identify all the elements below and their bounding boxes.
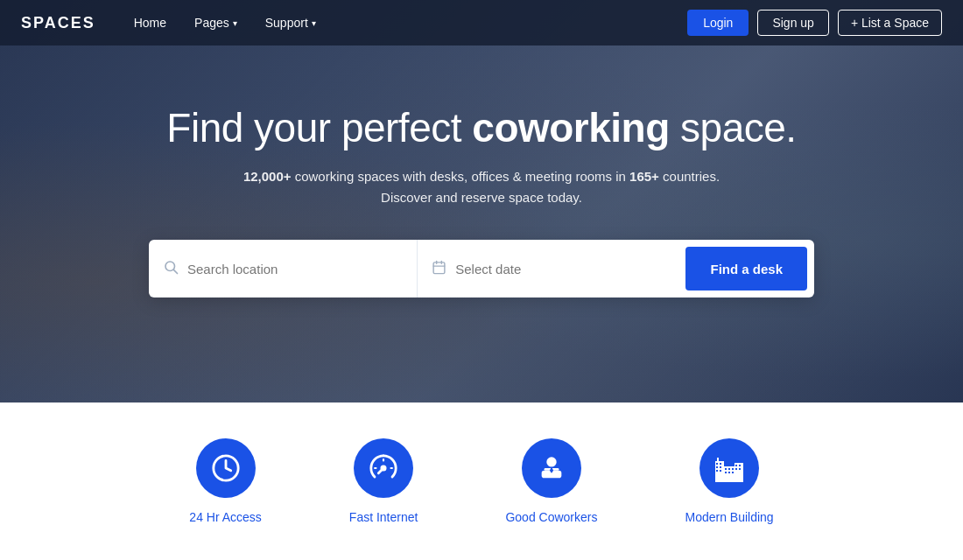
svg-rect-17 — [716, 463, 718, 465]
feature-access: 24 Hr Access — [189, 438, 261, 524]
feature-internet: Fast Internet — [349, 438, 418, 524]
svg-point-9 — [546, 457, 556, 466]
nav-home[interactable]: Home — [123, 10, 177, 35]
search-bar: Find a desk — [149, 240, 814, 298]
feature-internet-label: Fast Internet — [349, 510, 418, 524]
svg-rect-19 — [716, 466, 718, 468]
chevron-down-icon: ▾ — [233, 18, 237, 28]
svg-rect-23 — [725, 468, 727, 470]
nav-pages[interactable]: Pages ▾ — [184, 10, 248, 35]
svg-line-1 — [173, 270, 177, 273]
svg-rect-22 — [720, 470, 721, 472]
nav-links: Home Pages ▾ Support ▾ — [123, 10, 687, 35]
svg-rect-21 — [716, 470, 718, 472]
feature-access-label: 24 Hr Access — [189, 510, 261, 524]
svg-rect-32 — [739, 468, 741, 470]
feature-building-label: Modern Building — [685, 510, 773, 524]
clock-icon — [196, 438, 256, 498]
svg-rect-25 — [732, 468, 734, 470]
search-location-field — [149, 240, 418, 298]
svg-rect-31 — [735, 468, 737, 470]
features-section: 24 Hr Access Fast Internet Good Coworker… — [0, 402, 963, 560]
hero-title-bold: coworking — [472, 105, 670, 150]
svg-point-8 — [382, 466, 385, 470]
hero-content: Find your perfect coworking space. 12,00… — [149, 105, 813, 241]
svg-rect-29 — [735, 465, 737, 466]
search-icon — [163, 259, 179, 279]
login-button[interactable]: Login — [687, 10, 749, 36]
nav-actions: Login Sign up + List a Space — [687, 10, 942, 36]
hero-subtitle: 12,000+ coworking spaces with desks, off… — [166, 166, 796, 208]
navbar: SPACES Home Pages ▾ Support ▾ Login Sign… — [0, 0, 963, 46]
feature-coworkers: Good Coworkers — [505, 438, 597, 524]
search-date-field — [418, 240, 685, 298]
chevron-down-icon: ▾ — [312, 18, 316, 28]
svg-rect-18 — [720, 463, 721, 465]
hero-section: Find your perfect coworking space. 12,00… — [0, 0, 963, 402]
find-desk-button[interactable]: Find a desk — [685, 247, 807, 290]
speedometer-icon — [354, 438, 413, 498]
svg-rect-30 — [739, 465, 741, 466]
svg-rect-14 — [717, 458, 719, 461]
svg-rect-28 — [732, 472, 734, 473]
search-date-input[interactable] — [455, 262, 671, 276]
signup-button[interactable]: Sign up — [757, 10, 828, 36]
svg-rect-24 — [728, 468, 730, 470]
list-space-button[interactable]: + List a Space — [838, 10, 942, 36]
calendar-icon — [432, 260, 446, 278]
svg-rect-20 — [720, 466, 721, 468]
building-icon — [699, 438, 759, 498]
hero-title-end: space. — [670, 105, 797, 150]
hero-title-start: Find your perfect — [166, 105, 472, 150]
search-location-input[interactable] — [187, 262, 403, 276]
nav-support[interactable]: Support ▾ — [255, 10, 327, 35]
feature-building: Modern Building — [685, 438, 773, 524]
svg-rect-26 — [725, 472, 727, 473]
svg-rect-27 — [728, 472, 730, 473]
svg-rect-2 — [433, 262, 445, 274]
person-icon — [522, 438, 581, 498]
hero-title: Find your perfect coworking space. — [166, 105, 796, 151]
feature-coworkers-label: Good Coworkers — [505, 510, 597, 524]
brand-logo: SPACES — [21, 14, 95, 32]
